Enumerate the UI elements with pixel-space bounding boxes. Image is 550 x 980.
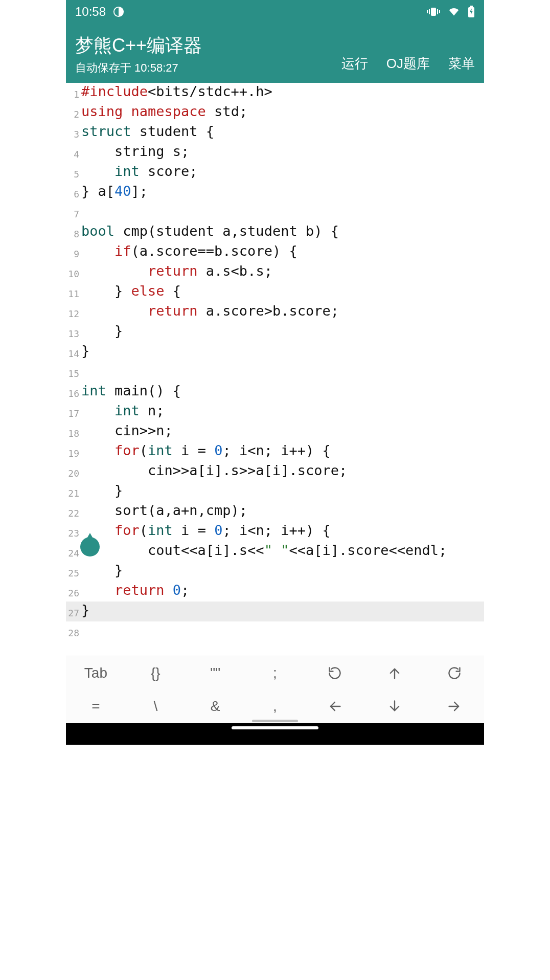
code-line[interactable]: 12 return a.score>b.score; (66, 302, 484, 322)
code-content[interactable]: int main() { (80, 382, 181, 402)
code-content[interactable]: cin>>a[i].s>>a[i].score; (80, 462, 347, 482)
code-content[interactable]: bool cmp(student a,student b) { (80, 222, 339, 242)
key-sym[interactable]: = (66, 690, 126, 724)
code-line[interactable]: 2using namespace std; (66, 103, 484, 123)
code-line[interactable]: 13 } (66, 322, 484, 342)
key-sym[interactable]: , (245, 690, 305, 724)
key-sym[interactable]: & (186, 690, 245, 724)
arrow-left-icon[interactable] (305, 690, 364, 724)
run-button[interactable]: 运行 (341, 55, 368, 73)
home-gesture-pill[interactable] (232, 726, 318, 729)
code-content[interactable]: cin>>n; (80, 422, 173, 442)
code-content[interactable]: int score; (80, 163, 198, 183)
line-number: 6 (66, 183, 80, 203)
code-line[interactable]: 22 sort(a,a+n,cmp); (66, 502, 484, 522)
shift-up-icon[interactable] (364, 656, 424, 690)
code-content[interactable]: return 0; (80, 582, 189, 602)
svg-rect-1 (431, 8, 436, 16)
code-line[interactable]: 4 string s; (66, 143, 484, 163)
line-number: 25 (66, 562, 80, 582)
code-content[interactable]: cout<<a[i].s<<" "<<a[i].score<<endl; (80, 542, 447, 562)
key-sym[interactable]: ; (245, 656, 305, 690)
code-line[interactable]: 1#include<bits/stdc++.h> (66, 83, 484, 103)
line-number: 14 (66, 342, 80, 362)
symbol-toolbar: Tab{}""; =\&, (66, 656, 484, 723)
line-number: 22 (66, 502, 80, 522)
code-line[interactable]: 8bool cmp(student a,student b) { (66, 222, 484, 242)
code-content[interactable] (80, 203, 81, 222)
autosave-status: 自动保存于 10:58:27 (75, 60, 202, 76)
key-Tab[interactable]: Tab (66, 656, 126, 690)
code-line[interactable]: 25 } (66, 562, 484, 582)
code-line[interactable]: 19 for(int i = 0; i<n; i++) { (66, 442, 484, 462)
code-content[interactable]: return a.score>b.score; (80, 302, 339, 322)
line-number: 11 (66, 282, 80, 302)
redo-icon[interactable] (424, 656, 484, 690)
code-content[interactable]: } (80, 602, 89, 621)
code-line[interactable]: 18 cin>>n; (66, 422, 484, 442)
code-editor[interactable]: 1#include<bits/stdc++.h>2using namespace… (66, 83, 484, 656)
code-line[interactable]: 26 return 0; (66, 582, 484, 602)
code-content[interactable]: if(a.score==b.score) { (80, 242, 297, 262)
vibrate-icon (427, 7, 440, 17)
code-content[interactable]: int n; (80, 402, 165, 422)
code-line[interactable]: 15 (66, 362, 484, 382)
code-line[interactable]: 11 } else { (66, 282, 484, 302)
code-line[interactable]: 3struct student { (66, 123, 484, 143)
code-line[interactable]: 24 cout<<a[i].s<<" "<<a[i].score<<endl; (66, 542, 484, 562)
svg-rect-5 (439, 10, 440, 13)
app-title: 梦熊C++编译器 (75, 33, 202, 58)
oj-library-button[interactable]: OJ题库 (386, 55, 430, 73)
code-line[interactable]: 23 for(int i = 0; i<n; i++) { (66, 522, 484, 542)
code-content[interactable]: } (80, 322, 123, 342)
code-line[interactable]: 7 (66, 203, 484, 222)
key-sym[interactable]: \ (126, 690, 186, 724)
code-line[interactable]: 28 (66, 621, 484, 641)
code-content[interactable]: struct student { (80, 123, 214, 143)
line-number: 28 (66, 621, 80, 641)
code-content[interactable]: using namespace std; (80, 103, 247, 123)
line-number: 17 (66, 402, 80, 422)
code-line[interactable]: 17 int n; (66, 402, 484, 422)
code-content[interactable]: sort(a,a+n,cmp); (80, 502, 247, 522)
code-content[interactable]: } (80, 342, 89, 362)
code-content[interactable]: } a[40]; (80, 183, 148, 203)
line-number: 8 (66, 222, 80, 242)
arrow-down-icon[interactable] (364, 690, 424, 724)
code-content[interactable]: } (80, 562, 123, 582)
line-number: 20 (66, 462, 80, 482)
line-number: 23 (66, 522, 80, 542)
code-line[interactable]: 20 cin>>a[i].s>>a[i].score; (66, 462, 484, 482)
code-line[interactable]: 5 int score; (66, 163, 484, 183)
line-number: 27 (66, 602, 80, 621)
undo-icon[interactable] (305, 656, 364, 690)
toolbar-drag-handle[interactable] (252, 720, 298, 722)
code-line[interactable]: 6} a[40]; (66, 183, 484, 203)
code-content[interactable]: return a.s<b.s; (80, 262, 272, 282)
code-content[interactable]: for(int i = 0; i<n; i++) { (80, 442, 331, 462)
code-line[interactable]: 16int main() { (66, 382, 484, 402)
app-indicator-icon (113, 6, 124, 17)
code-line[interactable]: 21 } (66, 482, 484, 502)
code-content[interactable]: } (80, 482, 123, 502)
code-line[interactable]: 10 return a.s<b.s; (66, 262, 484, 282)
status-bar: 10:58 (66, 0, 484, 24)
battery-charging-icon (468, 6, 475, 18)
code-content[interactable]: string s; (80, 143, 189, 163)
code-content[interactable]: #include<bits/stdc++.h> (80, 83, 272, 103)
code-content[interactable] (80, 362, 81, 382)
code-line[interactable]: 14} (66, 342, 484, 362)
svg-rect-7 (470, 6, 473, 7)
status-time: 10:58 (75, 5, 106, 19)
menu-button[interactable]: 菜单 (448, 55, 475, 73)
code-line[interactable]: 9 if(a.score==b.score) { (66, 242, 484, 262)
code-line[interactable]: 27} (66, 602, 484, 621)
text-cursor-handle[interactable] (80, 537, 100, 556)
code-content[interactable]: for(int i = 0; i<n; i++) { (80, 522, 331, 542)
key-symsym[interactable]: "" (186, 656, 245, 690)
code-content[interactable] (80, 621, 81, 641)
arrow-right-icon[interactable] (424, 690, 484, 724)
code-content[interactable]: } else { (80, 282, 181, 302)
key-symsym[interactable]: {} (126, 656, 186, 690)
line-number: 9 (66, 242, 80, 262)
